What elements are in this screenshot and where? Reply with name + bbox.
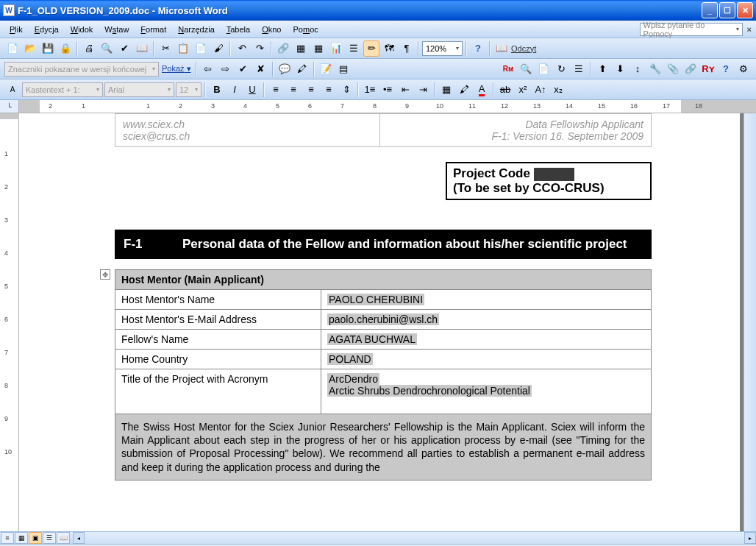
maximize-button[interactable]: ☐ (719, 2, 735, 18)
tool-doc-icon[interactable]: 📄 (535, 61, 552, 77)
copy-icon[interactable]: 📋 (175, 40, 191, 57)
align-right-icon[interactable]: ≡ (303, 82, 319, 98)
row-label[interactable]: Title of the Project with Acronym (115, 369, 321, 414)
row-value-cell[interactable]: AGATA BUCHWAL (321, 330, 652, 350)
italic-icon[interactable]: I (227, 82, 243, 98)
help-icon[interactable]: ? (470, 40, 486, 57)
research-icon[interactable]: 📖 (134, 40, 150, 57)
new-doc-icon[interactable]: 📄 (4, 40, 21, 57)
numbering-icon[interactable]: 1≡ (362, 82, 378, 98)
row-value-cell[interactable]: paolo.cherubini@wsl.ch (321, 310, 652, 330)
prev-change-icon[interactable]: ⇦ (200, 61, 216, 77)
web-view-icon[interactable]: ▦ (15, 532, 28, 544)
page[interactable]: www.sciex.ch sciex@crus.ch Data Fellowsh… (19, 113, 740, 531)
highlight-icon[interactable]: 🖍 (294, 61, 310, 77)
menu-insert[interactable]: Wstaw (99, 23, 134, 36)
menu-edit[interactable]: Edycja (29, 23, 64, 36)
spellcheck-icon[interactable]: ✔ (116, 40, 132, 57)
tool-search-icon[interactable]: 🔍 (518, 61, 534, 77)
print-view-icon[interactable]: ▣ (29, 532, 42, 544)
style-dropdown[interactable]: Kastentext + 1:▾ (22, 82, 103, 97)
show-menu[interactable]: Pokaż ▾ (162, 64, 191, 74)
cut-icon[interactable]: ✂ (157, 40, 174, 57)
hyperlink-icon[interactable]: 🔗 (275, 40, 291, 57)
tool-g-icon[interactable]: Rʏ (700, 61, 716, 77)
ruler-corner[interactable]: └ (0, 100, 19, 113)
bold-icon[interactable]: B (209, 82, 225, 98)
read-label[interactable]: Odczyt (511, 44, 536, 53)
inc-indent-icon[interactable]: ⇥ (415, 82, 431, 98)
tool-refresh-icon[interactable]: ↻ (553, 61, 569, 77)
open-icon[interactable]: 📂 (22, 40, 38, 57)
tables-borders-icon[interactable]: ▦ (293, 40, 309, 57)
accept-change-icon[interactable]: ✔ (235, 61, 252, 77)
menu-close-doc[interactable]: × (747, 25, 752, 34)
vertical-ruler[interactable]: 1 2 3 4 5 6 7 8 9 10 (0, 113, 19, 531)
font-color-icon[interactable]: A (474, 82, 490, 98)
font-dropdown[interactable]: Arial▾ (104, 82, 174, 97)
next-change-icon[interactable]: ⇨ (218, 61, 234, 77)
reviewing-pane-icon[interactable]: ▤ (335, 61, 352, 77)
excel-icon[interactable]: 📊 (328, 40, 344, 57)
strike-icon[interactable]: ab (497, 82, 513, 98)
tool-d-icon[interactable]: 🔧 (647, 61, 663, 77)
row-label[interactable]: Fellow's Name (115, 330, 321, 350)
row-label[interactable]: Home Country (115, 350, 321, 369)
vertical-scrollbar[interactable] (743, 113, 756, 531)
superscript-icon[interactable]: x² (515, 82, 531, 98)
row-value-cell[interactable]: POLAND (321, 350, 652, 369)
line-spacing-icon[interactable]: ⇕ (338, 82, 354, 98)
data-table[interactable]: Host Mentor (Main Applicant) Host Mentor… (115, 269, 652, 481)
row-label[interactable]: Host Mentor's E-Mail Address (115, 310, 321, 330)
menu-window[interactable]: Okno (257, 23, 286, 36)
print-icon[interactable]: 🖨 (81, 40, 97, 57)
menu-file[interactable]: Plik (4, 23, 28, 36)
reject-change-icon[interactable]: ✘ (253, 61, 269, 77)
reading-view-icon[interactable]: 📖 (57, 532, 70, 544)
underline-icon[interactable]: U (244, 82, 260, 98)
table-description[interactable]: The Swiss Host Mentor for the Sciex Juni… (115, 414, 652, 481)
menu-table[interactable]: Tabela (221, 23, 255, 36)
align-justify-icon[interactable]: ≡ (321, 82, 337, 98)
paste-icon[interactable]: 📄 (193, 40, 209, 57)
row-value-cell[interactable]: PAOLO CHERUBINI (321, 290, 652, 310)
print-preview-icon[interactable]: 🔍 (99, 40, 115, 57)
tool-a-icon[interactable]: ⬆ (594, 61, 610, 77)
row-value-cell[interactable]: ArcDendro Arctic Shrubs Dendrochronologi… (321, 369, 652, 414)
tool-help-icon[interactable]: ? (718, 61, 734, 77)
normal-view-icon[interactable]: ≡ (1, 532, 14, 544)
format-painter-icon[interactable]: 🖌 (210, 40, 227, 57)
tool-f-icon[interactable]: 🔗 (682, 61, 699, 77)
doc-map-icon[interactable]: 🗺 (381, 40, 397, 57)
drawing-toggle-icon[interactable]: ✏ (363, 40, 379, 57)
new-comment-icon[interactable]: 💬 (277, 61, 293, 77)
redo-icon[interactable]: ↷ (252, 40, 268, 57)
show-marks-icon[interactable]: ¶ (399, 40, 415, 57)
tool-e-icon[interactable]: 📎 (665, 61, 681, 77)
borders-icon[interactable]: ▦ (438, 82, 454, 98)
menu-tools[interactable]: Narzędzia (173, 23, 220, 36)
scroll-left-icon[interactable]: ◂ (73, 532, 85, 544)
permission-icon[interactable]: 🔒 (57, 40, 74, 57)
horizontal-ruler[interactable]: 2 1 1 2 3 4 5 6 7 8 9 10 11 12 13 14 15 … (19, 100, 756, 113)
horizontal-scrollbar[interactable]: ◂ ▸ (73, 532, 756, 544)
tool-rm-icon[interactable]: Rм (500, 61, 516, 77)
tool-opts-icon[interactable]: ⚙ (735, 61, 752, 77)
fontsize-dropdown[interactable]: 12▾ (176, 82, 202, 97)
row-label[interactable]: Host Mentor's Name (115, 290, 321, 310)
scroll-right-icon[interactable]: ▸ (744, 532, 756, 544)
subscript-icon[interactable]: x₂ (550, 82, 566, 98)
reviewing-display-dropdown[interactable]: Znaczniki pokazane w wersji końcowej▾ (4, 62, 159, 77)
table-move-handle[interactable]: ✥ (100, 269, 110, 280)
save-icon[interactable]: 💾 (40, 40, 56, 57)
tool-b-icon[interactable]: ⬇ (612, 61, 628, 77)
read-mode-icon[interactable]: 📖 (493, 40, 510, 57)
sup-a-icon[interactable]: A↑ (532, 82, 549, 98)
tool-c-icon[interactable]: ↕ (630, 61, 646, 77)
align-left-icon[interactable]: ≡ (268, 82, 284, 98)
menu-help[interactable]: Pomoc (288, 23, 323, 36)
columns-icon[interactable]: ☰ (346, 40, 362, 57)
dec-indent-icon[interactable]: ⇤ (397, 82, 413, 98)
menu-view[interactable]: Widok (65, 23, 99, 36)
minimize-button[interactable]: _ (702, 2, 718, 18)
